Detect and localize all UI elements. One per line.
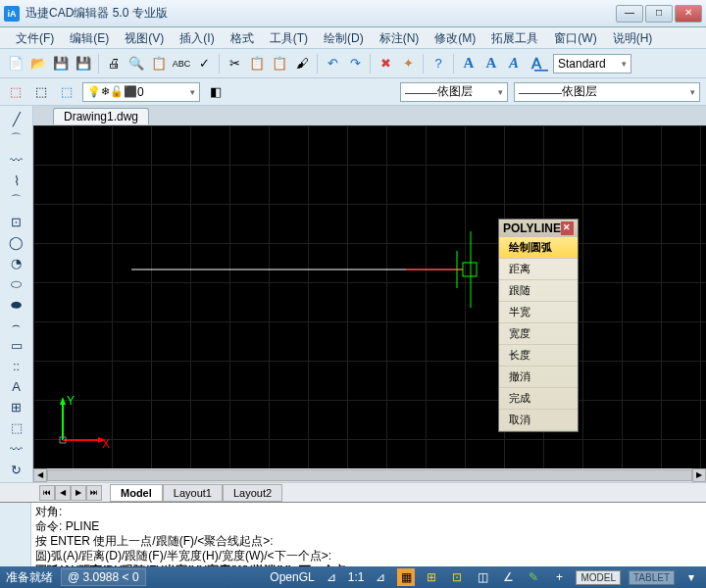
menu-insert[interactable]: 插入(I) (172, 27, 222, 48)
paste-icon[interactable]: 📋 (270, 54, 289, 74)
status-model[interactable]: MODEL (576, 570, 621, 585)
draw-tool-13[interactable]: A (6, 378, 27, 396)
draw-tool-3[interactable]: ⌇ (6, 172, 27, 189)
color-icon[interactable]: ◧ (206, 82, 226, 102)
draw-tool-16[interactable]: 〰 (6, 440, 27, 458)
tab-model[interactable]: Model (110, 484, 163, 502)
menu-window[interactable]: 窗口(W) (546, 27, 604, 48)
draw-tool-5[interactable]: ⊡ (6, 213, 27, 230)
tab-next-icon[interactable]: ▶ (71, 485, 86, 501)
grid-icon[interactable]: ▦ (397, 568, 415, 586)
popup-item-4[interactable]: 宽度 (499, 323, 578, 345)
draw-tool-10[interactable]: ⌢ (6, 317, 27, 334)
print-icon[interactable]: 🖨 (104, 54, 124, 74)
status-extra-icon[interactable]: ▾ (682, 568, 700, 586)
draw-tool-7[interactable]: ◔ (6, 254, 27, 271)
explode-icon[interactable]: ✦ (398, 54, 418, 74)
popup-item-5[interactable]: 长度 (499, 345, 578, 367)
scroll-right-icon[interactable]: ▶ (692, 468, 706, 482)
undo-icon[interactable]: ↶ (323, 54, 342, 74)
scroll-left-icon[interactable]: ◀ (33, 468, 47, 482)
brush-icon[interactable]: 🖌 (292, 54, 312, 74)
tool-icon[interactable]: ✓ (194, 54, 214, 74)
text-a1-icon[interactable]: A (459, 54, 479, 74)
menu-format[interactable]: 格式 (223, 27, 262, 48)
linetype-dropdown[interactable]: ——— 依图层 (400, 82, 508, 102)
draw-tool-6[interactable]: ◯ (6, 233, 27, 251)
popup-item-7[interactable]: 完成 (499, 388, 578, 410)
lwt-icon[interactable]: ✎ (525, 568, 542, 586)
layer-freeze-icon[interactable]: ⬚ (57, 82, 76, 102)
tab-last-icon[interactable]: ⏭ (86, 485, 102, 501)
osnap-icon[interactable]: ◫ (474, 568, 491, 586)
menu-edit[interactable]: 编辑(E) (62, 27, 117, 48)
maximize-button[interactable]: □ (645, 5, 673, 23)
snap2-icon[interactable]: ⊿ (372, 568, 389, 586)
tab-prev-icon[interactable]: ◀ (55, 485, 71, 501)
popup-item-3[interactable]: 半宽 (499, 302, 578, 323)
minimize-button[interactable]: — (616, 5, 643, 23)
tab-layout2[interactable]: Layout2 (223, 484, 282, 502)
draw-tool-15[interactable]: ⬚ (6, 419, 27, 437)
copy-icon[interactable]: 📋 (247, 54, 267, 74)
status-tablet[interactable]: TABLET (629, 570, 675, 585)
draw-tool-17[interactable]: ↻ (6, 461, 27, 478)
snap-icon[interactable]: ⊿ (323, 568, 340, 586)
document-tab[interactable]: Drawing1.dwg (53, 108, 149, 124)
delete-icon[interactable]: ✖ (376, 54, 395, 74)
open-icon[interactable]: 📂 (28, 54, 48, 74)
popup-item-1[interactable]: 距离 (499, 259, 578, 280)
layer-mgr-icon[interactable]: ⬚ (6, 82, 25, 102)
preview-icon[interactable]: 🔍 (126, 54, 146, 74)
help-icon[interactable]: ? (429, 54, 448, 74)
tab-first-icon[interactable]: ⏮ (39, 485, 55, 501)
menu-help[interactable]: 说明(H) (605, 27, 661, 48)
menu-view[interactable]: 视图(V) (117, 27, 172, 48)
menu-extend[interactable]: 拓展工具 (483, 27, 546, 48)
tab-layout1[interactable]: Layout1 (163, 484, 223, 502)
text-a4-icon[interactable]: A͟ (527, 54, 546, 74)
otrack-icon[interactable]: ∠ (499, 568, 517, 586)
draw-tool-4[interactable]: ⌒ (6, 192, 27, 210)
draw-tool-8[interactable]: ⬭ (6, 275, 27, 293)
draw-tool-0[interactable]: ╱ (6, 110, 27, 127)
saveas-icon[interactable]: 💾 (74, 54, 93, 74)
text-a2-icon[interactable]: A (481, 54, 501, 74)
command-log[interactable]: 对角: 命令: PLINE 按 ENTER 使用上一点/跟随(F)/<聚合线起点… (31, 503, 706, 566)
draw-tool-14[interactable]: ⊞ (6, 399, 27, 416)
draw-tool-1[interactable]: ⌒ (6, 130, 27, 148)
h-scrollbar[interactable]: ◀ ▶ (33, 468, 706, 482)
menu-dimension[interactable]: 标注(N) (372, 27, 428, 48)
new-icon[interactable]: 📄 (6, 54, 25, 74)
layer-state-icon[interactable]: ⬚ (31, 82, 51, 102)
status-scale[interactable]: 1:1 (348, 570, 365, 584)
dyn-icon[interactable]: + (550, 568, 568, 586)
spell-icon[interactable]: ABC (172, 54, 191, 74)
draw-tool-2[interactable]: 〰 (6, 151, 27, 169)
ortho-icon[interactable]: ⊞ (423, 568, 440, 586)
layer-dropdown[interactable]: 💡❄🔓⬛ 0 (82, 82, 200, 102)
redo-icon[interactable]: ↷ (345, 54, 365, 74)
draw-tool-12[interactable]: :: (6, 358, 27, 375)
lineweight-dropdown[interactable]: ———— 依图层 (514, 82, 700, 102)
draw-tool-9[interactable]: ⬬ (6, 296, 27, 314)
command-prompt[interactable]: 圆弧(A)/距离(D)/跟随(F)/半宽(H)/宽度(W)/撤消(U)<下一个点… (35, 564, 702, 566)
menu-modify[interactable]: 修改(M) (427, 27, 483, 48)
cut-icon[interactable]: ✂ (225, 54, 244, 74)
menu-tools[interactable]: 工具(T) (262, 27, 316, 48)
popup-item-8[interactable]: 取消 (499, 410, 578, 431)
popup-item-6[interactable]: 撤消 (499, 367, 578, 388)
menu-file[interactable]: 文件(F) (8, 27, 62, 48)
save-icon[interactable]: 💾 (51, 54, 71, 74)
draw-tool-11[interactable]: ▭ (6, 337, 27, 355)
close-button[interactable]: ✕ (675, 5, 702, 23)
popup-close-icon[interactable]: ✕ (561, 221, 574, 235)
polar-icon[interactable]: ⊡ (448, 568, 466, 586)
drawing-canvas[interactable]: POLYLINE✕ 绘制圆弧距离跟随半宽宽度长度撤消完成取消 YX ◀ ▶ (33, 125, 706, 482)
popup-item-0[interactable]: 绘制圆弧 (499, 237, 578, 259)
popup-item-2[interactable]: 跟随 (499, 280, 578, 302)
textstyle-dropdown[interactable]: Standard (553, 54, 631, 74)
text-a3-icon[interactable]: A (504, 54, 524, 74)
menu-draw[interactable]: 绘制(D) (316, 27, 372, 48)
plot-icon[interactable]: 📋 (149, 54, 169, 74)
